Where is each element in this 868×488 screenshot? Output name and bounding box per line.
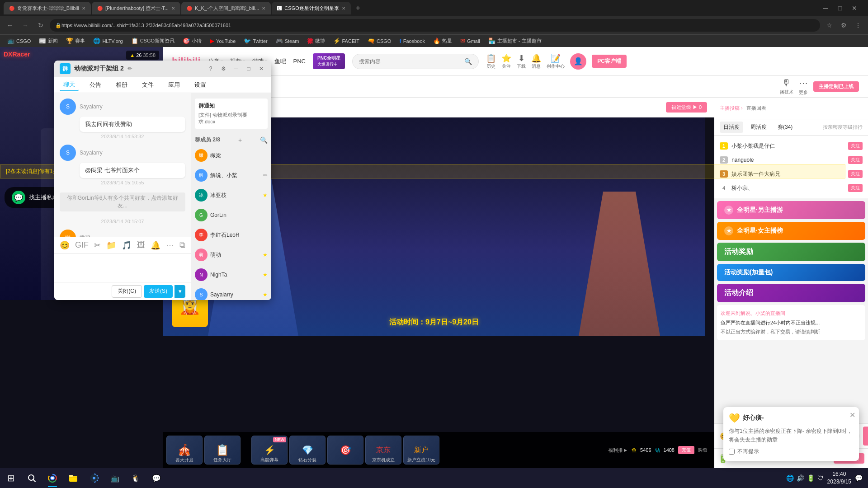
tab-week[interactable]: 周活度 xyxy=(747,122,770,133)
toolbar-chat[interactable]: 聊天 xyxy=(60,79,79,91)
bookmark-youtube[interactable]: ▶ YouTube xyxy=(206,37,239,45)
tab-1-close[interactable]: ✕ xyxy=(82,6,85,11)
forward-button[interactable]: → xyxy=(19,19,32,32)
tab-4-active[interactable]: 🅱 CSGO逐星计划全明星季 ✕ xyxy=(272,2,350,14)
bell-icon[interactable]: 🔔 xyxy=(151,240,160,250)
image-icon[interactable]: 🖼 xyxy=(137,240,145,250)
music-icon[interactable]: 🎵 xyxy=(122,240,132,250)
live-replay-btn[interactable]: 直播回看 xyxy=(746,105,766,112)
pc-client-btn[interactable]: PC客户端 xyxy=(592,55,627,68)
live-send-btn[interactable]: 发送 xyxy=(863,427,868,446)
close-window-button[interactable]: ✕ xyxy=(848,2,861,14)
fortune-level-btn[interactable]: 福运堂级 ▶ 0 xyxy=(666,102,707,113)
qq-close-chat-btn[interactable]: 关闭(C) xyxy=(112,285,142,298)
recharge-btn[interactable]: 充值 xyxy=(678,446,694,454)
qq-help-btn[interactable]: ? xyxy=(206,64,215,73)
streamer-tools-btn[interactable]: 🎙 播技术 xyxy=(780,78,793,95)
banner-female-chart[interactable]: ★ 全明星·女主播榜 xyxy=(717,222,865,240)
more-btn[interactable]: ⋯ 更多 xyxy=(799,78,808,96)
taskbar-chrome[interactable] xyxy=(42,468,62,488)
follow-btn[interactable]: ⭐ 关注 xyxy=(501,53,511,70)
qq-send-dropdown-btn[interactable]: ▾ xyxy=(175,285,185,298)
nav-pnc[interactable]: PNC xyxy=(293,58,306,65)
toolbar-settings[interactable]: 设置 xyxy=(191,79,210,91)
create-center-btn[interactable]: 📝 创作中心 xyxy=(547,53,565,70)
emoticon-icon[interactable]: 😊 xyxy=(60,240,70,250)
follow-rank-2[interactable]: 关注 xyxy=(848,156,863,164)
download-btn[interactable]: ⬇ 下载 xyxy=(517,53,526,70)
gifting-btn[interactable]: 购包 xyxy=(698,447,707,453)
game-item-highenergy[interactable]: ⚡ 高能弹幕 NEW xyxy=(251,436,288,465)
streamer-post-btn[interactable]: 主播投稿 › xyxy=(720,105,743,112)
back-button[interactable]: ← xyxy=(4,19,16,32)
bili-search-bar[interactable]: 🔍 xyxy=(352,54,479,69)
bookmark-faceit[interactable]: ⚡ FACEIT xyxy=(330,37,363,45)
qq-title-edit-icon[interactable]: ✏ xyxy=(127,66,132,72)
qq-text-input[interactable] xyxy=(54,253,191,282)
tab-4-close[interactable]: ✕ xyxy=(342,6,345,11)
tab-race[interactable]: 赛(34) xyxy=(774,122,796,133)
bookmark-news[interactable]: 📰 新闻 xyxy=(35,37,61,45)
bookmark-gmail[interactable]: ✉ Gmail xyxy=(457,37,484,45)
taskbar-file-explorer[interactable] xyxy=(63,468,83,488)
reload-button[interactable]: ↻ xyxy=(34,19,47,32)
bookmark-csgo2[interactable]: 🔫 CSGO xyxy=(364,37,395,45)
game-item-5[interactable]: 🎯 xyxy=(327,436,363,465)
message-btn[interactable]: 🔔 消息 xyxy=(531,53,541,70)
notif-close-btn[interactable]: ✕ xyxy=(849,411,855,419)
window-icon[interactable]: ⧉ xyxy=(179,240,185,250)
extensions-btn[interactable]: ⚙ xyxy=(837,19,850,32)
network-icon[interactable]: 🌐 xyxy=(786,474,794,482)
bookmark-weibo[interactable]: 微 微博 xyxy=(304,36,329,46)
qq-max-btn[interactable]: □ xyxy=(244,64,253,73)
nav-fishbar[interactable]: 鱼吧 xyxy=(274,57,286,66)
qq-close-btn-title[interactable]: ✕ xyxy=(257,64,266,73)
toolbar-notice[interactable]: 公告 xyxy=(86,79,105,91)
pnc-event-btn[interactable]: PNC全明星 火爆进行中 xyxy=(313,53,345,69)
more-input-icon[interactable]: ⋯ xyxy=(166,240,174,250)
antivirus-icon[interactable]: 🛡 xyxy=(817,474,824,482)
gif-icon[interactable]: GIF xyxy=(75,240,89,250)
toolbar-album[interactable]: 相册 xyxy=(112,79,131,91)
game-item-newuser[interactable]: 新户 新户立成10元 xyxy=(403,436,439,465)
banner-reward-plus[interactable]: 活动奖励(加量包) xyxy=(717,264,865,281)
tab-day[interactable]: 日活度 xyxy=(720,122,743,133)
tab-1[interactable]: 🔴 奇觉赛季术士-哔哔哔_Bilibili ✕ xyxy=(4,2,91,14)
screenshot-icon[interactable]: ✂ xyxy=(94,240,101,250)
qq-settings-btn[interactable]: ⚙ xyxy=(219,64,228,73)
member-add-icon[interactable]: + xyxy=(238,136,242,144)
tab-3[interactable]: 🔴 K_K_-个人空间_哔哔哔_bili... ✕ xyxy=(181,2,271,14)
history-btn[interactable]: 📋 历史 xyxy=(486,53,496,70)
custom-live-btn[interactable]: 主播定制已上线 xyxy=(813,81,859,92)
bookmark-star[interactable]: ☆ xyxy=(823,19,835,32)
toolbar-apps[interactable]: 应用 xyxy=(165,79,184,91)
folder-icon[interactable]: 📁 xyxy=(106,240,116,250)
banner-reward[interactable]: 活动奖励 xyxy=(717,243,865,261)
taskbar-wechat[interactable]: 💬 xyxy=(146,468,166,488)
qq-min-btn[interactable]: ─ xyxy=(231,64,241,73)
tab-3-close[interactable]: ✕ xyxy=(262,6,265,11)
taskbar-search[interactable] xyxy=(22,468,42,488)
game-item-3[interactable] xyxy=(242,436,250,465)
bookmark-facebook[interactable]: f Facebook xyxy=(396,37,429,45)
bookmark-twitch[interactable]: 📺 CSGO xyxy=(4,37,34,45)
bookmark-twitter[interactable]: 🐦 Twitter xyxy=(240,37,271,45)
member-edit-jiesuo[interactable]: ✏ xyxy=(263,172,268,178)
notification-taskbar-icon[interactable]: 💬 xyxy=(855,474,863,482)
game-item-tasks-hall[interactable]: 📋 任务大厅 xyxy=(204,436,241,465)
volume-icon[interactable]: 🔊 xyxy=(797,474,804,482)
taskbar-steam[interactable] xyxy=(84,468,104,488)
new-tab-button[interactable]: + xyxy=(352,2,364,14)
toolbar-files[interactable]: 文件 xyxy=(138,79,157,91)
bookmark-hltv[interactable]: 🌐 HLTV.org xyxy=(90,37,126,45)
user-avatar[interactable]: 👤 xyxy=(570,53,586,70)
maximize-button[interactable]: □ xyxy=(834,2,846,14)
search-input[interactable] xyxy=(359,58,461,65)
bookmark-xiaoqu[interactable]: 🎯 小猜 xyxy=(179,37,205,45)
tab-2[interactable]: 🔴 [Plunderthabooty] 堕术士·T... ✕ xyxy=(92,2,180,14)
taskbar-qq[interactable]: 🐧 xyxy=(126,468,146,488)
search-icon[interactable]: 🔍 xyxy=(464,58,472,65)
member-search-icon[interactable]: 🔍 xyxy=(260,136,268,144)
banner-allstar-tour[interactable]: ★ 全明星·另主播游 xyxy=(717,201,865,219)
bookmark-reliang[interactable]: 🔥 热量 xyxy=(429,37,456,45)
